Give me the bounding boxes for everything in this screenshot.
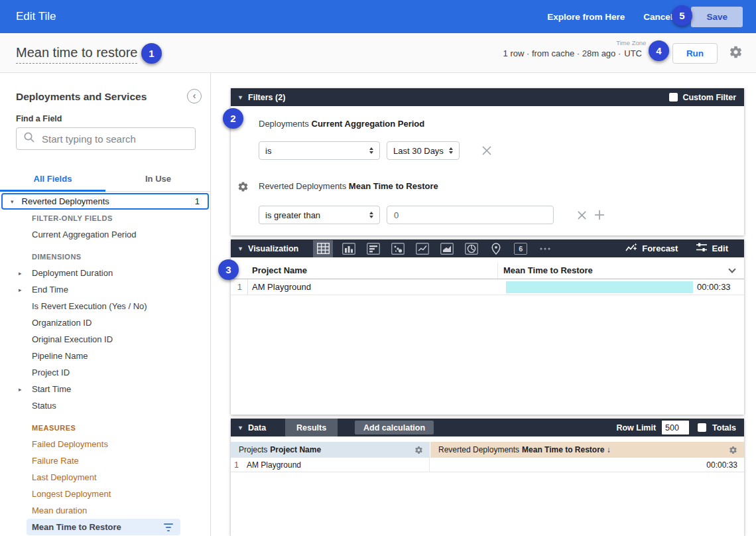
filters-section-bar[interactable]: ▾ Filters (2) Custom Filter — [231, 88, 744, 106]
field-organization-id[interactable]: Organization ID — [0, 314, 210, 331]
cancel-link[interactable]: Cancel — [643, 12, 672, 22]
expand-arrow-icon[interactable]: ▸ — [19, 270, 22, 277]
search-icon — [23, 131, 35, 146]
data-section: ▾ Data Results Add calculation Row Limit… — [231, 419, 744, 536]
data-results-table: Projects Project Name Reverted Deploymen… — [231, 442, 744, 472]
field-list: FILTER-ONLY FIELDS Current Aggregation P… — [0, 210, 210, 535]
viz-more-icon[interactable] — [536, 241, 554, 256]
edit-viz-button[interactable]: Edit — [696, 243, 728, 254]
expand-arrow-icon[interactable]: ▸ — [19, 386, 22, 393]
chevron-down-icon: ▾ — [11, 198, 14, 205]
collapse-triangle-icon[interactable]: ▾ — [239, 245, 242, 252]
visualization-section-bar[interactable]: ▾ Visualization — [231, 239, 744, 257]
measure-failed-deployments[interactable]: Failed Deployments — [0, 436, 210, 452]
measure-last-deployment[interactable]: Last Deployment — [0, 469, 210, 486]
query-gear-icon[interactable] — [729, 45, 743, 62]
visualization-section: ▾ Visualization — [231, 239, 744, 415]
custom-filter-label: Custom Filter — [682, 93, 736, 102]
project-name-cell[interactable]: AM Playground — [248, 282, 497, 292]
viz-bar-chart-icon[interactable] — [365, 241, 382, 256]
measure-mean-duration[interactable]: Mean duration — [0, 502, 210, 519]
mean-time-cell: 00:00:33 — [497, 279, 744, 295]
filter-1-remove-button[interactable] — [481, 145, 492, 156]
column-gear-icon[interactable] — [729, 446, 737, 454]
project-name-cell[interactable]: AM Playground — [247, 460, 301, 470]
filter-1-controls: is Last 30 Days — [259, 141, 492, 160]
tab-in-use[interactable]: In Use — [105, 166, 211, 191]
viz-table-header: Project Name Mean Time to Restore — [231, 262, 744, 279]
viz-col-project-name[interactable]: Project Name — [248, 265, 497, 275]
filter-2-gear-icon[interactable] — [237, 181, 249, 195]
collapse-sidebar-button[interactable]: ‹ — [187, 89, 202, 103]
viz-pie-chart-icon[interactable] — [463, 241, 480, 256]
field-start-time[interactable]: ▸Start Time — [0, 381, 210, 397]
viz-scatter-icon[interactable] — [389, 241, 407, 256]
custom-filter-control: Custom Filter — [669, 93, 736, 102]
save-button[interactable]: Save — [691, 7, 743, 27]
totals-checkbox[interactable] — [698, 423, 706, 432]
field-deployment-duration[interactable]: ▸Deployment Duration — [0, 265, 210, 281]
som-badge-5: 5 — [672, 5, 692, 26]
collapse-triangle-icon[interactable]: ▾ — [239, 94, 242, 101]
column-gear-icon[interactable] — [414, 446, 423, 454]
field-end-time[interactable]: ▸End Time — [0, 281, 210, 298]
edit-sliders-icon — [696, 243, 707, 254]
viz-area-chart-icon[interactable] — [438, 241, 456, 256]
row-limit-input[interactable] — [662, 421, 689, 435]
measure-longest-deployment[interactable]: Longest Deployment — [0, 486, 210, 502]
viz-line-chart-icon[interactable] — [414, 241, 431, 256]
mean-time-cell[interactable]: 00:00:33 — [430, 460, 744, 470]
custom-filter-checkbox[interactable] — [669, 93, 678, 101]
forecast-button[interactable]: Forecast — [625, 243, 678, 255]
viz-table: Project Name Mean Time to Restore 1 AM P… — [231, 262, 744, 295]
field-current-aggregation-period[interactable]: Current Aggregation Period — [0, 226, 210, 243]
field-is-revert-execution[interactable]: Is Revert Execution (Yes / No) — [0, 298, 210, 314]
viz-col-mean-time-to-restore[interactable]: Mean Time to Restore — [497, 262, 744, 279]
view-row-reverted-deployments[interactable]: ▾ Reverted Deployments 1 — [1, 193, 209, 210]
column-menu-chevron-icon[interactable] — [728, 265, 735, 273]
viz-map-icon[interactable] — [487, 241, 505, 256]
filter-1-operator-select[interactable]: is — [259, 141, 380, 160]
field-project-id[interactable]: Project ID — [0, 364, 210, 381]
results-tab[interactable]: Results — [285, 419, 338, 436]
visualization-section-title: Visualization — [248, 244, 298, 253]
group-measures: MEASURES — [0, 419, 210, 436]
expand-arrow-icon[interactable]: ▸ — [19, 287, 22, 293]
tile-title[interactable]: Mean time to restore — [16, 45, 137, 64]
query-status-text: 1 row · from cache · 28m ago · — [503, 48, 621, 58]
filter-2-field-label: Reverted Deployments Mean Time to Restor… — [259, 181, 438, 191]
field-pipeline-name[interactable]: Pipeline Name — [0, 348, 210, 364]
field-search-input[interactable] — [42, 133, 188, 145]
explore-from-here-link[interactable]: Explore from Here — [547, 12, 625, 22]
filter-1-value-select[interactable]: Last 30 Days — [387, 141, 460, 160]
viz-table-icon[interactable] — [313, 240, 333, 257]
viz-column-chart-icon[interactable] — [340, 241, 357, 256]
group-dimensions: DIMENSIONS — [0, 248, 210, 265]
field-in-use-count: 1 — [195, 196, 200, 206]
data-table-header: Projects Project Name Reverted Deploymen… — [231, 442, 744, 458]
filter-list-icon[interactable] — [163, 523, 174, 531]
value-bar — [506, 281, 693, 293]
filter-2-operator-select[interactable]: is greater than — [259, 206, 380, 224]
data-col-project-name[interactable]: Projects Project Name — [231, 442, 430, 458]
measure-mean-time-to-restore-selected[interactable]: Mean Time to Restore — [27, 519, 180, 535]
viz-type-switcher: 6 — [313, 240, 554, 257]
data-col-mean-time-to-restore[interactable]: Reverted Deployments Mean Time to Restor… — [430, 442, 744, 458]
collapse-triangle-icon[interactable]: ▾ — [239, 424, 242, 431]
forecast-icon — [625, 243, 637, 255]
filter-2-value-input[interactable] — [387, 206, 554, 224]
field-picker-sidebar: Deployments and Services ‹ Find a Field … — [0, 73, 211, 536]
filter-2-add-button[interactable] — [594, 210, 605, 220]
run-button[interactable]: Run — [672, 43, 718, 64]
filter-2-controls: is greater than — [259, 206, 605, 224]
filter-2-remove-button[interactable] — [577, 210, 587, 220]
field-original-execution-id[interactable]: Original Execution ID — [0, 331, 210, 348]
tab-all-fields[interactable]: All Fields — [0, 166, 105, 191]
viz-bar-actions: Forecast Edit — [625, 243, 736, 255]
field-status[interactable]: Status — [0, 397, 210, 414]
data-section-bar[interactable]: ▾ Data Results Add calculation Row Limit… — [231, 419, 744, 436]
add-calculation-button[interactable]: Add calculation — [355, 421, 434, 435]
measure-failure-rate[interactable]: Failure Rate — [0, 452, 210, 469]
timezone-label: Time Zone — [616, 39, 646, 46]
viz-single-value-icon[interactable]: 6 — [512, 241, 529, 256]
